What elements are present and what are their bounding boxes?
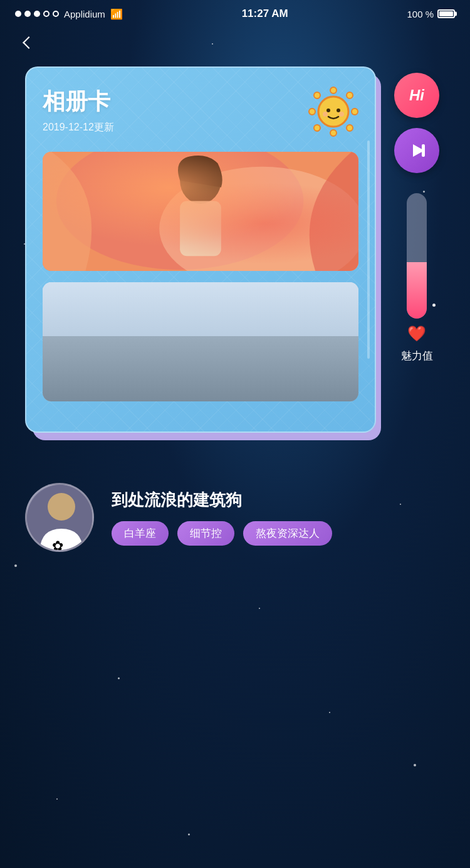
signal-dot-4 <box>43 11 50 17</box>
svg-point-9 <box>326 109 330 112</box>
photo-1-detail <box>43 152 358 271</box>
wifi-icon: 📶 <box>110 8 123 20</box>
user-tags: 白羊座 细节控 熬夜资深达人 <box>112 521 445 546</box>
back-chevron-icon <box>23 36 35 49</box>
sun-icon <box>308 87 358 137</box>
svg-point-0 <box>330 87 337 93</box>
card-header: 相册卡 2019-12-12更新 <box>43 87 358 137</box>
signal-dot-5 <box>53 11 59 17</box>
svg-point-7 <box>314 92 320 98</box>
tag-detail[interactable]: 细节控 <box>177 521 234 546</box>
signal-dot-3 <box>34 11 40 17</box>
back-button[interactable] <box>18 31 40 54</box>
battery-icon <box>437 9 455 18</box>
svg-point-1 <box>347 92 353 98</box>
svg-point-38 <box>64 531 71 539</box>
album-card[interactable]: 相册卡 2019-12-12更新 <box>25 66 376 433</box>
clock: 11:27 AM <box>242 8 288 20</box>
svg-point-4 <box>330 130 337 136</box>
svg-point-36 <box>48 493 75 521</box>
svg-point-11 <box>323 112 328 117</box>
svg-point-6 <box>309 109 315 115</box>
photo-2-ground <box>43 336 358 402</box>
meter-track <box>407 193 427 319</box>
main-content: 相册卡 2019-12-12更新 <box>0 54 470 433</box>
user-section: ✿ 到处流浪的建筑狗 白羊座 细节控 熬夜资深达人 <box>0 483 470 552</box>
signal-dot-1 <box>15 11 21 17</box>
card-title: 相册卡 <box>43 87 114 117</box>
card-title-block: 相册卡 2019-12-12更新 <box>43 87 114 134</box>
svg-point-12 <box>339 112 344 117</box>
user-avatar: ✿ <box>25 483 94 552</box>
photo-2: 厦 门 <box>43 282 358 401</box>
card-stack: 相册卡 2019-12-12更新 <box>25 66 376 433</box>
avatar-svg: ✿ <box>27 485 94 552</box>
play-icon <box>407 140 427 161</box>
card-date: 2019-12-12更新 <box>43 121 114 134</box>
battery-percent: 100 % <box>407 9 434 19</box>
svg-point-8 <box>318 97 348 127</box>
photo-2-sky <box>43 282 358 342</box>
user-info: 到处流浪的建筑狗 白羊座 细节控 熬夜资深达人 <box>112 489 445 546</box>
signal-dot-2 <box>24 11 31 17</box>
card-scrollbar[interactable] <box>367 140 370 359</box>
status-right: 100 % <box>407 9 455 19</box>
svg-rect-34 <box>422 144 425 157</box>
tag-night[interactable]: 熬夜资深达人 <box>243 521 332 546</box>
status-bar: Applidium 📶 11:27 AM 100 % <box>0 0 470 25</box>
status-left: Applidium 📶 <box>15 8 123 20</box>
svg-point-3 <box>347 125 353 131</box>
hi-button[interactable]: Hi <box>394 73 439 118</box>
sun-svg <box>308 87 358 137</box>
carrier-label: Applidium <box>64 9 105 19</box>
svg-text:✿: ✿ <box>52 538 63 552</box>
battery-fill <box>439 11 453 16</box>
charm-heart-icon: ❤️ <box>407 325 426 342</box>
right-sidebar: Hi ❤️ 魅力值 <box>389 66 445 363</box>
charm-meter: ❤️ 魅力值 <box>401 193 433 363</box>
svg-point-2 <box>352 109 358 115</box>
svg-point-5 <box>314 125 320 131</box>
user-name: 到处流浪的建筑狗 <box>112 489 445 511</box>
photo-1 <box>43 152 358 271</box>
meter-fill <box>407 262 427 319</box>
signal-dots <box>15 11 59 17</box>
tag-zodiac[interactable]: 白羊座 <box>112 521 169 546</box>
svg-point-10 <box>337 109 340 112</box>
play-button[interactable] <box>394 128 439 173</box>
hi-label: Hi <box>409 87 424 104</box>
charm-label: 魅力值 <box>401 349 433 363</box>
